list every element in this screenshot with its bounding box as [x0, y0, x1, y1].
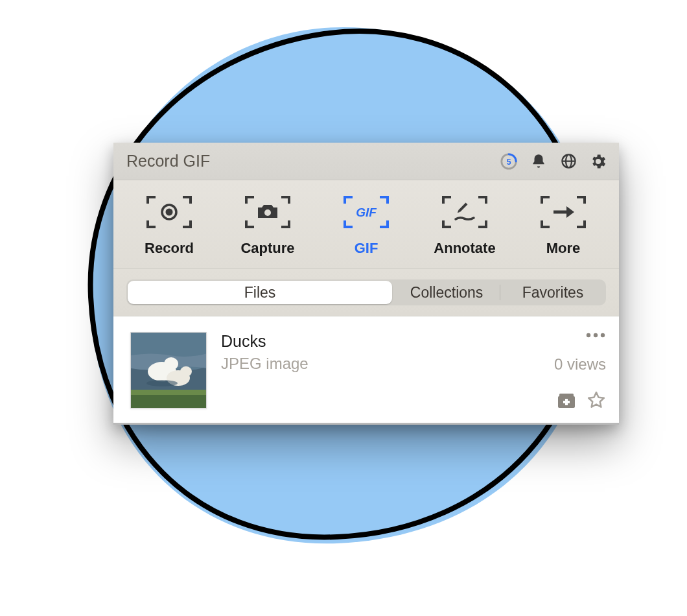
tool-label: Record: [145, 240, 194, 257]
svg-point-14: [180, 366, 192, 377]
tab-label: Collections: [410, 284, 483, 302]
settings-icon[interactable]: [589, 152, 607, 171]
svg-rect-22: [563, 401, 570, 403]
svg-point-16: [587, 333, 590, 337]
svg-rect-6: [458, 203, 467, 212]
tool-capture[interactable]: Capture: [222, 193, 313, 257]
tool-label: Annotate: [434, 240, 495, 257]
svg-text:5: 5: [507, 157, 511, 166]
tool-label: GIF: [355, 240, 378, 257]
tab-collections[interactable]: Collections: [393, 279, 500, 305]
segmented-control: Files Collections Favorites: [126, 279, 606, 305]
tab-label: Favorites: [522, 284, 584, 302]
svg-text:GIF: GIF: [356, 206, 377, 219]
file-name: Ducks: [221, 332, 554, 351]
svg-point-15: [146, 380, 178, 386]
file-row[interactable]: Ducks JPEG image 0 views: [113, 316, 619, 425]
tab-label: Files: [244, 284, 276, 302]
svg-point-17: [594, 333, 598, 337]
row-actions: [557, 390, 606, 410]
file-thumbnail: [130, 332, 207, 409]
bell-icon[interactable]: [530, 152, 548, 171]
toolbar: Record Capture GIF: [113, 180, 619, 269]
svg-rect-10: [131, 390, 207, 395]
titlebar: Record GIF 5: [113, 143, 619, 180]
globe-icon[interactable]: [559, 152, 577, 171]
tool-label: Capture: [240, 240, 294, 257]
file-meta: 0 views: [554, 332, 606, 410]
file-type: JPEG image: [221, 355, 554, 373]
add-to-collection-icon[interactable]: [557, 391, 576, 409]
svg-point-3: [166, 209, 173, 216]
tool-record[interactable]: Record: [124, 193, 215, 257]
app-window: Record GIF 5: [113, 143, 619, 425]
file-text: Ducks JPEG image: [207, 332, 554, 373]
countdown-icon[interactable]: 5: [500, 152, 518, 171]
svg-rect-20: [559, 394, 574, 397]
tool-gif[interactable]: GIF GIF: [321, 193, 412, 257]
tab-favorites[interactable]: Favorites: [500, 279, 606, 305]
tool-label: More: [546, 240, 581, 257]
window-title: Record GIF: [126, 152, 210, 171]
svg-point-4: [264, 209, 271, 216]
tabs-row: Files Collections Favorites: [113, 269, 619, 316]
title-icons: 5: [500, 152, 607, 171]
favorite-star-icon[interactable]: [587, 390, 606, 410]
tab-files[interactable]: Files: [128, 281, 392, 304]
svg-point-12: [164, 357, 178, 370]
more-options-icon[interactable]: [585, 332, 606, 338]
tool-more[interactable]: More: [518, 193, 609, 257]
svg-point-18: [601, 333, 605, 337]
tool-annotate[interactable]: Annotate: [419, 193, 510, 257]
view-count: 0 views: [554, 355, 606, 373]
